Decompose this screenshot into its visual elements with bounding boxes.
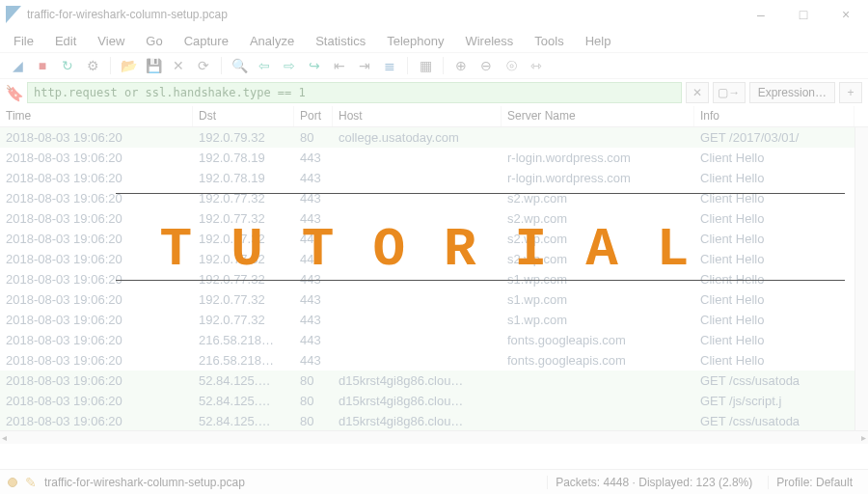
column-time[interactable]: Time bbox=[0, 106, 193, 126]
column-server-name[interactable]: Server Name bbox=[502, 106, 694, 126]
column-dst[interactable]: Dst bbox=[193, 106, 294, 126]
cell-port: 80 bbox=[294, 394, 333, 408]
zoom-out-icon[interactable]: ⊖ bbox=[476, 56, 496, 75]
add-filter-button[interactable]: + bbox=[839, 82, 862, 103]
packet-row[interactable]: 2018-08-03 19:06:20192.0.77.32443s2.wp.c… bbox=[0, 249, 868, 269]
stop-capture-icon[interactable]: ■ bbox=[33, 56, 52, 75]
packet-row[interactable]: 2018-08-03 19:06:20192.0.77.32443s1.wp.c… bbox=[0, 310, 868, 330]
cell-dst: 192.0.77.32 bbox=[193, 313, 294, 327]
toolbar: ◢ ■ ↻ ⚙ 📂 💾 ✕ ⟳ 🔍 ⇦ ⇨ ↪ ⇤ ⇥ ≣ ▦ ⊕ ⊖ ⦾ ⇿ bbox=[0, 52, 868, 79]
packet-row[interactable]: 2018-08-03 19:06:2052.84.125.…80d15krst4… bbox=[0, 370, 868, 391]
menu-statistics[interactable]: Statistics bbox=[315, 34, 366, 48]
overlay-rule-top bbox=[116, 193, 845, 194]
go-back-icon[interactable]: ⇦ bbox=[255, 56, 274, 75]
open-file-icon[interactable]: 📂 bbox=[119, 56, 138, 75]
cell-port: 80 bbox=[294, 414, 333, 428]
cell-info: GET /js/script.j bbox=[694, 394, 854, 408]
menu-view[interactable]: View bbox=[97, 34, 124, 48]
expert-info-icon[interactable] bbox=[8, 478, 17, 487]
titlebar: traffic-for-wireshark-column-setup.pcap … bbox=[0, 0, 868, 29]
packet-row[interactable]: 2018-08-03 19:06:20216.58.218…443fonts.g… bbox=[0, 350, 868, 370]
menu-capture[interactable]: Capture bbox=[184, 34, 229, 48]
minimize-button[interactable]: – bbox=[752, 7, 770, 22]
column-info[interactable]: Info bbox=[694, 106, 854, 126]
zoom-reset-icon[interactable]: ⦾ bbox=[502, 56, 521, 75]
menu-edit[interactable]: Edit bbox=[55, 34, 76, 48]
go-to-icon[interactable]: ↪ bbox=[305, 56, 324, 75]
packet-row[interactable]: 2018-08-03 19:06:20192.0.77.32443s2.wp.c… bbox=[0, 188, 868, 208]
first-packet-icon[interactable]: ⇤ bbox=[330, 56, 349, 75]
colorize-icon[interactable]: ▦ bbox=[416, 56, 435, 75]
options-icon[interactable]: ⚙ bbox=[83, 56, 102, 75]
packet-row[interactable]: 2018-08-03 19:06:20192.0.77.32443s2.wp.c… bbox=[0, 208, 868, 229]
close-button[interactable]: × bbox=[837, 7, 854, 22]
cell-info: Client Hello bbox=[694, 313, 854, 327]
expression-button[interactable]: Expression… bbox=[749, 82, 835, 103]
vertical-scrollbar[interactable] bbox=[854, 127, 868, 430]
go-forward-icon[interactable]: ⇨ bbox=[280, 56, 299, 75]
packet-row[interactable]: 2018-08-03 19:06:20216.58.218…443fonts.g… bbox=[0, 330, 868, 350]
packet-row[interactable]: 2018-08-03 19:06:20192.0.77.32443s1.wp.c… bbox=[0, 289, 868, 310]
packet-row[interactable]: 2018-08-03 19:06:20192.0.77.32443s2.wp.c… bbox=[0, 229, 868, 249]
toolbar-separator bbox=[443, 57, 444, 74]
horizontal-scrollbar[interactable]: ◂▸ bbox=[0, 430, 868, 444]
cell-info: GET /css/usatoda bbox=[694, 414, 854, 428]
clear-filter-button[interactable]: ✕ bbox=[686, 82, 709, 103]
cell-dst: 216.58.218… bbox=[193, 353, 294, 368]
autoscroll-icon[interactable]: ≣ bbox=[380, 56, 399, 75]
bookmark-icon[interactable]: 🔖 bbox=[6, 84, 23, 101]
edit-capture-icon[interactable]: ✎ bbox=[25, 475, 37, 490]
reload-icon[interactable]: ⟳ bbox=[194, 56, 213, 75]
apply-filter-button[interactable]: ▢→ bbox=[713, 82, 746, 103]
cell-port: 443 bbox=[294, 292, 333, 307]
cell-info: Client Hello bbox=[694, 292, 854, 307]
cell-host: college.usatoday.com bbox=[333, 130, 502, 145]
column-port[interactable]: Port bbox=[294, 106, 333, 126]
cell-info: Client Hello bbox=[694, 252, 854, 266]
status-file: traffic-for-wireshark-column-setup.pcap bbox=[44, 476, 245, 489]
cell-time: 2018-08-03 19:06:20 bbox=[0, 292, 193, 307]
cell-time: 2018-08-03 19:06:20 bbox=[0, 333, 193, 347]
start-capture-icon[interactable]: ◢ bbox=[8, 56, 27, 75]
cell-srv: fonts.googleapis.com bbox=[502, 333, 694, 347]
app-icon bbox=[6, 6, 21, 23]
save-file-icon[interactable]: 💾 bbox=[144, 56, 163, 75]
cell-info: Client Hello bbox=[694, 232, 854, 246]
display-filter-input[interactable] bbox=[27, 82, 682, 103]
packet-row[interactable]: 2018-08-03 19:06:20192.0.79.3280college.… bbox=[0, 127, 868, 148]
status-profile[interactable]: Profile: Default bbox=[768, 476, 860, 489]
cell-dst: 192.0.77.32 bbox=[193, 211, 294, 226]
menu-help[interactable]: Help bbox=[585, 34, 611, 48]
packet-row[interactable]: 2018-08-03 19:06:20192.0.78.19443r-login… bbox=[0, 148, 868, 168]
packet-row[interactable]: 2018-08-03 19:06:2052.84.125.…80d15krst4… bbox=[0, 411, 868, 431]
zoom-in-icon[interactable]: ⊕ bbox=[451, 56, 471, 75]
cell-info: Client Hello bbox=[694, 151, 854, 165]
packet-row[interactable]: 2018-08-03 19:06:20192.0.78.19443r-login… bbox=[0, 168, 868, 188]
close-file-icon[interactable]: ✕ bbox=[169, 56, 188, 75]
maximize-button[interactable]: □ bbox=[795, 7, 812, 22]
cell-time: 2018-08-03 19:06:20 bbox=[0, 232, 193, 246]
menu-tools[interactable]: Tools bbox=[534, 34, 563, 48]
last-packet-icon[interactable]: ⇥ bbox=[355, 56, 374, 75]
cell-srv: s2.wp.com bbox=[502, 211, 694, 226]
toolbar-separator bbox=[407, 57, 408, 74]
menu-wireless[interactable]: Wireless bbox=[465, 34, 513, 48]
menu-telephony[interactable]: Telephony bbox=[387, 34, 444, 48]
packet-row[interactable]: 2018-08-03 19:06:2052.84.125.…80d15krst4… bbox=[0, 391, 868, 411]
cell-info: Client Hello bbox=[694, 353, 854, 368]
menu-go[interactable]: Go bbox=[146, 34, 162, 48]
cell-srv: s1.wp.com bbox=[502, 313, 694, 327]
cell-dst: 52.84.125.… bbox=[193, 373, 294, 388]
window-controls: – □ × bbox=[752, 7, 862, 22]
resize-columns-icon[interactable]: ⇿ bbox=[527, 56, 546, 75]
menu-file[interactable]: File bbox=[14, 34, 34, 48]
column-host[interactable]: Host bbox=[333, 106, 502, 126]
cell-port: 443 bbox=[294, 151, 333, 165]
cell-dst: 192.0.77.32 bbox=[193, 252, 294, 266]
restart-capture-icon[interactable]: ↻ bbox=[58, 56, 77, 75]
packet-list[interactable]: 2018-08-03 19:06:20192.0.79.3280college.… bbox=[0, 127, 868, 444]
menu-analyze[interactable]: Analyze bbox=[250, 34, 294, 48]
find-icon[interactable]: 🔍 bbox=[230, 56, 249, 75]
cell-host: d15krst4gi8g86.clou… bbox=[333, 394, 502, 408]
cell-port: 443 bbox=[294, 313, 333, 327]
